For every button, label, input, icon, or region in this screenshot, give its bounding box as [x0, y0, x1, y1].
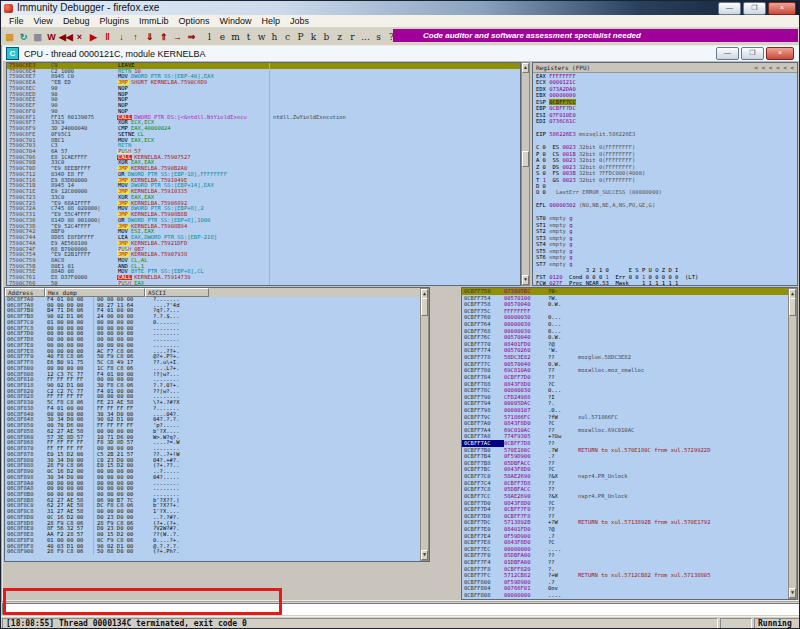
- toolbar-letter-button-s[interactable]: s: [372, 32, 385, 42]
- toolbar-letter-button-t[interactable]: t: [242, 32, 255, 42]
- close-process-icon[interactable]: ×: [73, 30, 86, 44]
- stack-row[interactable]: 0CBFF76C005700400.W.: [462, 334, 797, 341]
- stack-row[interactable]: 0CBFF7C058AE2690?&Xnspr4.PR_Unlock: [462, 473, 797, 480]
- stack-row[interactable]: 0CBFF7B805DBFACC??: [462, 460, 797, 467]
- stack-row[interactable]: 0CBFF8000F59D900.?: [462, 579, 797, 586]
- menu-item-file[interactable]: File: [4, 15, 29, 27]
- toolbar-letter-button-e[interactable]: e: [216, 32, 229, 42]
- stack-row[interactable]: 0CBFF79400005DAC?.: [462, 400, 797, 407]
- stack-row[interactable]: 0CBFF75CFFFFFFFF: [462, 308, 797, 315]
- execute-till-user-icon[interactable]: ⇒: [185, 30, 198, 44]
- pause-icon[interactable]: ‖: [101, 30, 114, 44]
- stack-row[interactable]: 0CBFF79C571866FC?fWxul.571866FC: [462, 414, 797, 421]
- register-line[interactable]: FCW 027F Prec NEAR,53 Mask 1 1 1 1 1 1: [533, 280, 797, 286]
- execute-till-return-icon[interactable]: →: [171, 30, 184, 44]
- stack-row[interactable]: 0CBFF760000000300...: [462, 314, 797, 321]
- stack-row[interactable]: 0CBFF7E80843F8D0?C: [462, 539, 797, 546]
- stack-row[interactable]: 0CBFF758005700400.W.: [462, 301, 797, 308]
- stack-scrollbar[interactable]: ▲ ▼: [788, 288, 797, 599]
- stack-row[interactable]: 0CBFF7E40F59D900.?: [462, 533, 797, 540]
- scrollbar-thumb[interactable]: [421, 298, 428, 316]
- stack-row[interactable]: 0CBFF768000000300...: [462, 328, 797, 335]
- menu-item-view[interactable]: View: [29, 15, 58, 27]
- scroll-down-icon[interactable]: ▼: [789, 588, 796, 598]
- menu-item-help[interactable]: Help: [257, 15, 286, 27]
- stack-pane[interactable]: 0CBFF750073005BC?0-0CBFF75400570100?W.0C…: [461, 287, 798, 600]
- stack-row[interactable]: 0CBFF75400570100?W.: [462, 295, 797, 302]
- stack-row[interactable]: 0CBFF7EC00000000....: [462, 546, 797, 553]
- scripts-icon[interactable]: W: [45, 30, 58, 44]
- toolbar-letter-button-w[interactable]: w: [255, 32, 268, 42]
- toolbar-letter-button-k[interactable]: k: [307, 32, 320, 42]
- dump-header-hex[interactable]: Hex dump: [45, 288, 145, 297]
- cpu-titlebar[interactable]: C CPU - thread 0000121C, module KERNELBA…: [3, 46, 799, 62]
- run-icon[interactable]: ▶: [87, 30, 100, 44]
- close-button[interactable]: ×: [768, 2, 796, 15]
- dump-pane[interactable]: Address Hex dump ASCII 06C8F7A0F4 01 00 …: [4, 287, 430, 562]
- cpu-restore-button[interactable]: ❐: [741, 47, 764, 60]
- toolbar-letter-button-l[interactable]: l: [203, 32, 216, 42]
- toolbar-letter-button-c[interactable]: c: [281, 32, 294, 42]
- dump-scrollbar[interactable]: ▲ ▼: [420, 288, 429, 561]
- stack-row[interactable]: 0CBFF7F80CBFF820?.: [462, 566, 797, 573]
- scroll-down-icon[interactable]: ▼: [421, 550, 428, 560]
- stack-row[interactable]: 0CBFF77858DC3E82??mozglue.58DC3E82: [462, 354, 797, 361]
- stack-row[interactable]: 0CBFF7D80CBFF7F8??: [462, 513, 797, 520]
- disassembly-pane[interactable]: 7590C6E3C9LEAVE7590C6E4C2 1000RETN107590…: [6, 62, 521, 286]
- stack-row[interactable]: 0CBFF7C805DBFACC??: [462, 486, 797, 493]
- toolbar-letter-button-r[interactable]: r: [346, 32, 359, 42]
- stack-row[interactable]: 0CBFF7840CBFF7D0??: [462, 374, 797, 381]
- animate-over-icon[interactable]: ⇑: [157, 30, 170, 44]
- stack-row[interactable]: 0CBFF80400766F010ov: [462, 585, 797, 592]
- dump-row[interactable]: 06C8F90028 F9 C8 0650 68 D0 00(?+.Ph?.: [5, 549, 429, 555]
- stack-row[interactable]: 0CBFF764000000300...: [462, 321, 797, 328]
- restart-icon[interactable]: ↻: [17, 30, 30, 44]
- stack-row[interactable]: 0CBFF7A00843F8D0?C: [462, 420, 797, 427]
- stack-row[interactable]: 0CBFF79800000107.0..: [462, 407, 797, 414]
- stack-row[interactable]: 0CBFF750073005BC?0-: [462, 288, 797, 295]
- stack-row[interactable]: 0CBFF78069C810A0??mozalloc.moz_xmalloc: [462, 367, 797, 374]
- stack-row[interactable]: 0CBFF7DC5713892B+?WRETURN to xul.5713892…: [462, 519, 797, 526]
- scroll-down-icon[interactable]: ▼: [522, 275, 529, 285]
- stack-row[interactable]: 0CBFF7CC58AE2690?&Xnspr4.PR_Unlock: [462, 493, 797, 500]
- toolbar-letter-button-z[interactable]: z: [333, 32, 346, 42]
- stack-row[interactable]: 0CBFF7FC5712CB82?+WRETURN to xul.5712CB8…: [462, 572, 797, 579]
- stack-row[interactable]: 0CBFF7880843F8D0?C: [462, 381, 797, 388]
- menu-item-debug[interactable]: Debug: [58, 15, 95, 27]
- animate-into-icon[interactable]: ⇓: [143, 30, 156, 44]
- stack-row[interactable]: 0CBFF77008401FD0?@: [462, 341, 797, 348]
- scrollbar-thumb[interactable]: [522, 151, 529, 167]
- stack-row[interactable]: 0CBFF7B40F59D900.?: [462, 453, 797, 460]
- stack-row[interactable]: 0CBFF7A469C010AC??mozalloc.69C010AC: [462, 427, 797, 434]
- stack-row[interactable]: 0CBFF80800000000....: [462, 592, 797, 599]
- rewind-icon[interactable]: ◀◀: [59, 30, 72, 44]
- stack-row[interactable]: 0CBFF7D40CBFF7F0??: [462, 506, 797, 513]
- stack-row[interactable]: 0CBFF7C40CBFF7D8??: [462, 480, 797, 487]
- cpu-minimize-button[interactable]: —: [716, 47, 739, 60]
- scrollbar-thumb[interactable]: [789, 298, 796, 316]
- stack-row[interactable]: 0CBFF7A8774F9305+?Ow: [462, 433, 797, 440]
- stack-row[interactable]: 0CBFF7AC0CBFF7D8??: [462, 440, 797, 447]
- cpu-close-button[interactable]: ×: [766, 47, 794, 60]
- menu-item-jobs[interactable]: Jobs: [285, 15, 314, 27]
- scroll-up-icon[interactable]: ▲: [522, 63, 529, 73]
- menu-item-plugins[interactable]: Plugins: [94, 15, 134, 27]
- step-over-icon[interactable]: ↑: [129, 30, 142, 44]
- maximize-button[interactable]: ❐: [743, 2, 766, 15]
- toolbar-letter-button-h[interactable]: h: [268, 32, 281, 42]
- stack-row[interactable]: 0CBFF78C000000300...: [462, 387, 797, 394]
- registers-pane[interactable]: Registers (FPU) < < < < < < EAX FFFFFFFF…: [532, 62, 798, 286]
- toolbar-letter-button-P[interactable]: P: [294, 32, 307, 42]
- toolbar-letter-button-m[interactable]: m: [229, 32, 242, 42]
- disassembly-scrollbar[interactable]: ▲ ▼: [521, 62, 530, 286]
- step-into-icon[interactable]: ↓: [115, 30, 128, 44]
- titlebar[interactable]: Immunity Debugger - firefox.exe — ❐ ×: [1, 1, 799, 15]
- menu-item-window[interactable]: Window: [214, 15, 256, 27]
- menu-item-immlib[interactable]: ImmLib: [134, 15, 174, 27]
- windows-list-icon[interactable]: ▦: [31, 30, 44, 44]
- stack-row[interactable]: 0CBFF790CFD24988?I: [462, 394, 797, 401]
- stack-row[interactable]: 0CBFF77400570260'W.: [462, 347, 797, 354]
- dump-header-address[interactable]: Address: [5, 288, 45, 297]
- menu-item-options[interactable]: Options: [173, 15, 214, 27]
- stack-row[interactable]: 0CBFF77C005700400.W.: [462, 361, 797, 368]
